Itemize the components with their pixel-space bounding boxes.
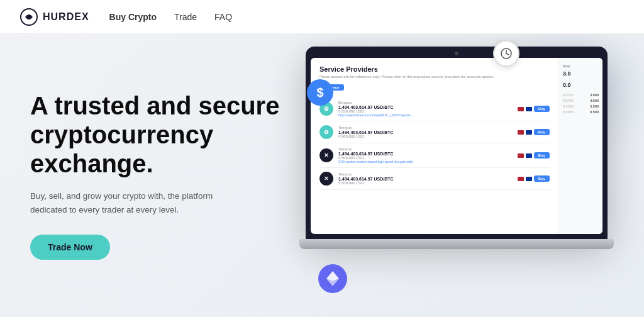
side-value-2: 0.0 [563,82,599,88]
buy-button-0[interactable]: Buy [534,106,550,112]
provider-icon-3: ✕ [319,172,333,186]
logo-icon [20,8,38,26]
provider-amount-2: 1,494,403,614.97 USD/BTC [338,152,513,156]
provider-actions-2: Buy [518,152,550,158]
side-row-val: 3.000 [590,93,599,97]
flag-eu-1 [526,130,532,135]
dollar-badge: $ [307,79,333,106]
logo[interactable]: HURDEX [20,8,89,26]
side-row-item: 0.04504.500 [563,99,599,103]
provider-url-0: https://www.binance.com/trade/BTC_USDT?l… [338,113,414,117]
provider-actions-0: Buy [518,106,550,112]
provider-info-3: Tempus 1,494,403,614.97 USD/BTC 5,800,00… [338,172,513,185]
laptop-mockup: Service Providers Prices quoted are for … [306,47,633,273]
laptop-screen-outer: Service Providers Prices quoted are for … [306,47,608,239]
side-row-label: 0.0650 [563,110,574,114]
provider-rate-1: 4,800,000 USD [338,135,513,138]
eth-icon [326,270,340,287]
hero-subtitle: Buy, sell, and grow your crypto with, th… [30,189,231,216]
provider-row: ✿ Binance 1,494,403,614.97 USD/BTC 5,650… [319,97,550,121]
provider-info-2: Tempus 1,494,403,614.97 USD/BTC 5,800,00… [338,147,513,164]
side-row-label: 0.0250 [563,93,574,97]
provider-actions-3: Buy [518,175,550,182]
clock-icon [500,47,513,60]
navbar: HURDEX Buy Crypto Trade FAQ [0,0,644,34]
side-row-val: 4.500 [590,99,599,103]
provider-actions-1: Buy [518,129,550,135]
provider-amount-1: 1,494,403,614.97 USD/BTC [338,130,513,135]
clock-badge [493,40,519,67]
logo-text: HURDEX [43,11,89,23]
camera-dot [455,52,458,55]
provider-info-1: Tempus 1,494,403,614.97 USD/BTC 4,800,00… [338,126,513,138]
side-rows-container: 0.02503.0000.04504.5000.05505.5000.06506… [563,93,599,114]
provider-name-0: Binance [338,101,513,104]
hero-right: $ [294,34,614,317]
flag-us-0 [518,107,524,111]
nav-item-buy-crypto[interactable]: Buy Crypto [109,11,157,23]
flag-us-1 [518,130,524,135]
flag-us-2 [518,153,524,158]
side-row-label: 0.0550 [563,104,574,108]
camera-bar [311,52,602,55]
svg-line-3 [506,53,509,55]
hero-left: A trusted and secure cryptocurrency exch… [30,91,294,259]
trade-now-button[interactable]: Trade Now [30,235,110,260]
side-row-item: 0.05505.500 [563,104,599,108]
flag-eu-3 [526,177,532,181]
flag-eu-2 [526,153,532,158]
provider-url-2: GXH partner content-based high speed low… [338,160,414,164]
nav-link-buy-crypto[interactable]: Buy Crypto [109,12,157,22]
nav-item-faq[interactable]: FAQ [214,11,232,23]
screen-main: Service Providers Prices quoted are for … [311,58,558,234]
laptop-base [299,239,614,249]
provider-row-1: ✿ Tempus 1,494,403,614.97 USD/BTC 4,800,… [319,121,550,143]
nav-item-trade[interactable]: Trade [174,11,197,23]
side-row-item: 0.06506.500 [563,110,599,114]
provider-icon-1: ✿ [319,125,333,139]
side-row-val: 6.500 [590,110,599,114]
screen-subtitle: Prices quoted are for reference only. Pl… [319,74,550,79]
nav-links: Buy Crypto Trade FAQ [109,11,233,23]
provider-rate-3: 5,800,000 USD [338,181,513,185]
provider-name-3: Tempus [338,172,513,176]
laptop-screen: Service Providers Prices quoted are for … [311,58,602,234]
screen-title: Service Providers [319,65,550,73]
provider-amount-0: 1,494,403,614.97 USD/BTC [338,105,513,109]
side-title: Buy [563,64,599,68]
side-row-label: 0.0450 [563,99,574,103]
screen-side-panel: Buy 3.0 0.0 0.02503.0000.04504.5000.0550… [558,58,602,234]
buy-button-3[interactable]: Buy [534,175,550,182]
provider-name-1: Tempus [338,126,513,130]
eth-badge [318,264,347,293]
dollar-icon: $ [316,86,323,100]
provider-name-2: Tempus [338,147,513,151]
screen-filter-bar: Binance [319,84,550,91]
hero-title: A trusted and secure cryptocurrency exch… [30,91,294,178]
provider-icon-2: ✕ [319,148,333,162]
nav-link-faq[interactable]: FAQ [214,12,232,22]
provider-row-2: ✕ Tempus 1,494,403,614.97 USD/BTC 5,800,… [319,143,550,168]
flag-eu-0 [526,107,532,111]
side-row-item: 0.02503.000 [563,93,599,97]
side-row-val: 5.500 [590,104,599,108]
flag-us-3 [518,177,524,181]
side-value: 3.0 [563,70,599,77]
hero-section: A trusted and secure cryptocurrency exch… [0,34,644,317]
provider-amount-3: 1,494,403,614.97 USD/BTC [338,177,513,181]
nav-link-trade[interactable]: Trade [174,12,197,22]
provider-info-0: Binance 1,494,403,614.97 USD/BTC 5,650,0… [338,101,513,117]
provider-row-3: ✕ Tempus 1,494,403,614.97 USD/BTC 5,800,… [319,168,550,190]
buy-button-2[interactable]: Buy [534,152,550,158]
buy-button-1[interactable]: Buy [534,129,550,135]
